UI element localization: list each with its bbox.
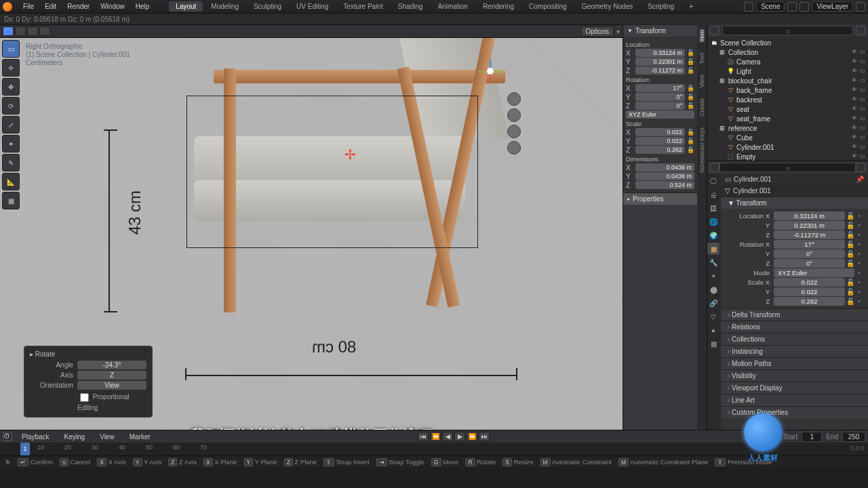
timeline-track[interactable]: 1 10203040506070 3.0.0 (0, 443, 868, 455)
workspace-tab-rendering[interactable]: Rendering (476, 1, 521, 12)
workspace-tab-shading[interactable]: Shading (391, 1, 430, 12)
outliner-item[interactable]: 🎥Camera👁▭ (707, 57, 868, 66)
dim-x-field[interactable]: 0.0436 m (635, 163, 694, 171)
outliner-editor-icon[interactable] (710, 26, 719, 35)
dim-z-field[interactable]: 0.524 m (635, 181, 694, 189)
3d-viewport[interactable]: ▭ ✛ ✥ ⟳ ⤢ ✦ ✎ 📐 ▦ Right Orthographic (1)… (0, 38, 623, 430)
tab-data-icon[interactable]: ▽ (707, 310, 719, 323)
workspace-tab-layout[interactable]: Layout (169, 1, 203, 12)
lock-icon[interactable]: 🔓 (846, 222, 854, 229)
timeline-editor-icon[interactable]: ⏱ (3, 432, 12, 441)
outliner-search-input[interactable] (722, 26, 853, 35)
menu-render[interactable]: Render (62, 3, 95, 10)
prop-section-motion-paths[interactable]: Motion Paths (721, 357, 868, 369)
zoom-button-icon[interactable] (507, 92, 521, 106)
prop-scale-z[interactable]: 0.262 (774, 297, 845, 306)
menu-help[interactable]: Help (130, 3, 155, 10)
properties-editor-icon[interactable] (710, 163, 719, 172)
workspace-tab-compositing[interactable]: Compositing (522, 1, 574, 12)
prop-loc-x[interactable]: 0.33124 m (774, 211, 845, 220)
prop-scale-x[interactable]: 0.022 (774, 278, 845, 287)
lock-icon[interactable]: 🔓 (846, 241, 854, 248)
workspace-tab-texpaint[interactable]: Texture Paint (336, 1, 389, 12)
outliner-item[interactable]: 💡Light👁▭ (707, 66, 868, 76)
workspace-tab-scripting[interactable]: Scripting (641, 1, 681, 12)
lock-icon[interactable]: 🔓 (846, 288, 854, 296)
prop-section-line-art[interactable]: Line Art (721, 394, 868, 406)
proportional-editing-checkbox[interactable] (80, 393, 89, 402)
outliner-item[interactable]: ⬚Empty👁▭ (707, 152, 868, 161)
prop-section-collections[interactable]: Collections (721, 333, 868, 345)
outliner-item[interactable]: ▽seat_frame👁▭ (707, 114, 868, 123)
npanel-transform-header[interactable]: ▼Transform (623, 25, 697, 37)
outliner[interactable]: 🖿Scene Collection⊞Collection👁▭🎥Camera👁▭💡… (707, 24, 868, 161)
lock-icon[interactable]: 🔓 (686, 67, 694, 74)
npanel-tab-item[interactable]: Item (698, 28, 705, 43)
tab-object-icon[interactable]: ▦ (707, 243, 719, 255)
properties-tab-strip[interactable]: 🖵 🖨 🖼 🌐 🌍 ▦ 🔧 ✶ ⬤ 🔗 ▽ ● ▩ (707, 174, 721, 430)
timeline-editor[interactable]: ⏱ Playback Keying View Marker ⏮ ⏪ ◀ ▶ ⏩ … (0, 430, 868, 455)
operator-redo-panel[interactable]: ▸ Rotate Angle-24.3° AxisZ OrientationVi… (24, 346, 153, 418)
lock-icon[interactable]: 🔓 (686, 102, 694, 109)
play-button[interactable]: ▶ (454, 432, 465, 441)
workspace-tab-uv[interactable]: UV Editing (290, 1, 335, 12)
start-frame-field[interactable]: 1 (802, 432, 822, 442)
n-panel[interactable]: ▼Transform Location: X0.33124 m🔓 Y0.2230… (623, 24, 707, 430)
tab-constraints-icon[interactable]: 🔗 (707, 297, 719, 309)
lock-icon[interactable]: 🔓 (846, 250, 854, 258)
rotate-axis-field[interactable]: Z (77, 371, 146, 380)
new-scene-icon[interactable] (787, 2, 797, 12)
rot-z-field[interactable]: 0° (635, 102, 685, 110)
npanel-tab-screencast[interactable]: Screencast Keys (698, 126, 705, 175)
tab-scene-icon[interactable]: 🌐 (707, 216, 719, 228)
scene-selector[interactable]: Scene (756, 1, 785, 12)
jump-start-button[interactable]: ⏮ (418, 432, 429, 441)
outliner-item[interactable]: ⊞Collection👁▭ (707, 47, 868, 57)
outliner-item[interactable]: ▽Cylinder.001👁▭ (707, 142, 868, 152)
outliner-item[interactable]: ▽back_frame👁▭ (707, 85, 868, 95)
outliner-item[interactable]: ▽backrest👁▭ (707, 95, 868, 104)
scale-x-field[interactable]: 0.022 (635, 128, 685, 136)
tab-viewlayer-icon[interactable]: 🖼 (707, 202, 719, 214)
workspace-tab-geonodes[interactable]: Geometry Nodes (575, 1, 640, 12)
tab-world-icon[interactable]: 🌍 (707, 229, 719, 241)
end-frame-field[interactable]: 250 (842, 432, 865, 442)
rot-y-field[interactable]: 0° (635, 93, 685, 101)
prop-rot-z[interactable]: 0° (774, 259, 845, 268)
prop-section-relations[interactable]: Relations (721, 321, 868, 333)
lock-icon[interactable]: 🔓 (846, 212, 854, 220)
select-mode-2[interactable] (15, 26, 26, 36)
lock-icon[interactable]: 🔓 (846, 260, 854, 267)
select-mode-3[interactable] (27, 26, 38, 36)
prop-section-delta-transform[interactable]: Delta Transform (721, 308, 868, 321)
lock-icon[interactable]: 🔓 (686, 58, 694, 65)
lock-icon[interactable]: 🔓 (846, 279, 854, 286)
prop-section-visibility[interactable]: Visibility (721, 369, 868, 382)
outliner-root[interactable]: 🖿Scene Collection (707, 38, 868, 47)
lock-icon[interactable]: 🔓 (686, 49, 694, 56)
prop-transform-header[interactable]: ▼ Transform (721, 197, 868, 209)
viewlayer-selector[interactable]: ViewLayer (812, 1, 853, 12)
lock-icon[interactable]: 🔓 (686, 129, 694, 136)
lock-icon[interactable]: 🔓 (686, 94, 694, 100)
rotate-orientation-field[interactable]: View (77, 381, 146, 390)
rotate-angle-field[interactable]: -24.3° (77, 361, 146, 369)
timeline-view-menu[interactable]: View (94, 433, 120, 441)
timeline-playback-menu[interactable]: Playback (16, 433, 55, 441)
properties-search-input[interactable] (719, 163, 856, 172)
npanel-tabs[interactable]: Item Tool View Create Screencast Keys (697, 24, 707, 430)
outliner-filter-icon[interactable] (856, 26, 865, 35)
lock-icon[interactable]: 🔓 (686, 138, 694, 144)
tab-material-icon[interactable]: ● (707, 324, 719, 336)
camera-view-icon[interactable] (507, 125, 521, 138)
prop-loc-y[interactable]: 0.22301 m (774, 221, 845, 230)
scale-y-field[interactable]: 0.022 (635, 137, 685, 145)
outliner-item[interactable]: ▽seat👁▭ (707, 104, 868, 114)
rot-x-field[interactable]: 17° (635, 84, 685, 92)
pin-icon[interactable]: 📌 (856, 176, 864, 183)
tab-physics-icon[interactable]: ⬤ (707, 283, 719, 296)
timeline-keying-menu[interactable]: Keying (59, 433, 91, 441)
outliner-item[interactable]: ⊞reference👁▭ (707, 123, 868, 133)
select-mode-1[interactable] (3, 26, 14, 36)
jump-end-button[interactable]: ⏭ (479, 432, 490, 441)
